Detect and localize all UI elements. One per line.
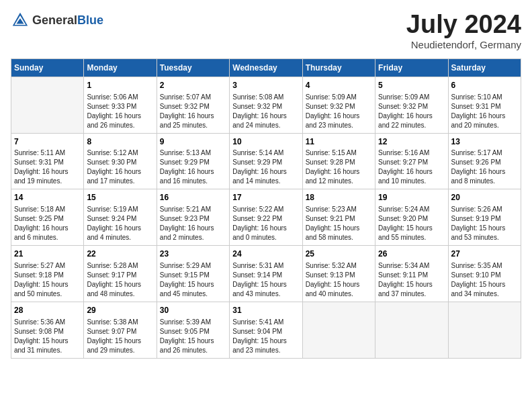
day-number: 25 [306,248,372,260]
day-number: 17 [232,192,299,203]
calendar-cell: 7Sunrise: 5:11 AM Sunset: 9:31 PM Daylig… [11,133,84,189]
logo: GeneralBlue [11,11,103,30]
day-number: 30 [160,305,226,316]
page-header: GeneralBlue July 2024 Neudietendorf, Ger… [11,11,521,50]
day-number: 5 [378,80,445,91]
calendar-cell: 23Sunrise: 5:29 AM Sunset: 9:15 PM Dayli… [157,246,229,302]
day-info: Sunrise: 5:41 AM Sunset: 9:04 PM Dayligh… [232,318,299,355]
calendar-week-1: 1Sunrise: 5:06 AM Sunset: 9:33 PM Daylig… [11,77,521,133]
day-number: 26 [378,248,445,260]
calendar-cell: 14Sunrise: 5:18 AM Sunset: 9:25 PM Dayli… [11,189,84,246]
calendar-table: SundayMondayTuesdayWednesdayThursdayFrid… [11,58,521,359]
calendar-cell: 21Sunrise: 5:27 AM Sunset: 9:18 PM Dayli… [11,246,84,302]
calendar-cell: 3Sunrise: 5:08 AM Sunset: 9:32 PM Daylig… [230,77,302,133]
calendar-cell [375,302,448,358]
title-area: July 2024 Neudietendorf, Germany [406,11,521,50]
day-number: 19 [378,192,445,203]
calendar-cell: 15Sunrise: 5:19 AM Sunset: 9:24 PM Dayli… [84,189,157,246]
calendar-cell: 29Sunrise: 5:38 AM Sunset: 9:07 PM Dayli… [84,302,157,358]
calendar-cell [448,302,521,358]
logo-general: GeneralBlue [32,14,103,27]
day-info: Sunrise: 5:24 AM Sunset: 9:20 PM Dayligh… [378,205,445,242]
day-info: Sunrise: 5:28 AM Sunset: 9:17 PM Dayligh… [87,261,153,299]
calendar-cell: 30Sunrise: 5:39 AM Sunset: 9:05 PM Dayli… [157,302,229,358]
day-info: Sunrise: 5:12 AM Sunset: 9:30 PM Dayligh… [87,148,153,186]
day-info: Sunrise: 5:22 AM Sunset: 9:22 PM Dayligh… [232,205,299,242]
day-info: Sunrise: 5:26 AM Sunset: 9:19 PM Dayligh… [451,205,518,242]
day-number: 6 [451,80,518,91]
day-number: 20 [451,192,518,203]
calendar-cell: 25Sunrise: 5:32 AM Sunset: 9:13 PM Dayli… [302,246,375,302]
day-info: Sunrise: 5:09 AM Sunset: 9:32 PM Dayligh… [306,93,372,130]
day-info: Sunrise: 5:36 AM Sunset: 9:08 PM Dayligh… [14,318,81,355]
day-info: Sunrise: 5:16 AM Sunset: 9:27 PM Dayligh… [378,148,445,186]
day-info: Sunrise: 5:39 AM Sunset: 9:05 PM Dayligh… [160,318,226,355]
day-number: 15 [87,192,153,203]
day-info: Sunrise: 5:38 AM Sunset: 9:07 PM Dayligh… [87,318,153,355]
calendar-cell: 20Sunrise: 5:26 AM Sunset: 9:19 PM Dayli… [448,189,521,246]
day-info: Sunrise: 5:15 AM Sunset: 9:28 PM Dayligh… [306,148,372,186]
day-info: Sunrise: 5:27 AM Sunset: 9:18 PM Dayligh… [14,261,81,299]
column-header-sunday: Sunday [11,58,84,77]
day-number: 13 [451,136,518,148]
day-info: Sunrise: 5:14 AM Sunset: 9:29 PM Dayligh… [232,148,299,186]
day-info: Sunrise: 5:09 AM Sunset: 9:32 PM Dayligh… [378,93,445,130]
day-info: Sunrise: 5:13 AM Sunset: 9:29 PM Dayligh… [160,148,226,186]
day-info: Sunrise: 5:29 AM Sunset: 9:15 PM Dayligh… [160,261,226,299]
day-info: Sunrise: 5:21 AM Sunset: 9:23 PM Dayligh… [160,205,226,242]
calendar-cell: 6Sunrise: 5:10 AM Sunset: 9:31 PM Daylig… [448,77,521,133]
day-number: 28 [14,305,81,316]
column-header-wednesday: Wednesday [230,58,302,77]
calendar-cell: 18Sunrise: 5:23 AM Sunset: 9:21 PM Dayli… [302,189,375,246]
calendar-cell: 4Sunrise: 5:09 AM Sunset: 9:32 PM Daylig… [302,77,375,133]
day-info: Sunrise: 5:07 AM Sunset: 9:32 PM Dayligh… [160,93,226,130]
calendar-cell: 13Sunrise: 5:17 AM Sunset: 9:26 PM Dayli… [448,133,521,189]
calendar-cell: 24Sunrise: 5:31 AM Sunset: 9:14 PM Dayli… [230,246,302,302]
calendar-week-4: 21Sunrise: 5:27 AM Sunset: 9:18 PM Dayli… [11,246,521,302]
calendar-header: SundayMondayTuesdayWednesdayThursdayFrid… [11,58,521,77]
calendar-cell: 26Sunrise: 5:34 AM Sunset: 9:11 PM Dayli… [375,246,448,302]
day-info: Sunrise: 5:31 AM Sunset: 9:14 PM Dayligh… [232,261,299,299]
day-info: Sunrise: 5:34 AM Sunset: 9:11 PM Dayligh… [378,261,445,299]
column-header-saturday: Saturday [448,58,521,77]
calendar-cell: 1Sunrise: 5:06 AM Sunset: 9:33 PM Daylig… [84,77,157,133]
day-number: 16 [160,192,226,203]
day-number: 31 [232,305,299,316]
calendar-cell: 22Sunrise: 5:28 AM Sunset: 9:17 PM Dayli… [84,246,157,302]
day-number: 8 [87,136,153,148]
day-number: 7 [14,136,81,148]
calendar-cell: 2Sunrise: 5:07 AM Sunset: 9:32 PM Daylig… [157,77,229,133]
calendar-cell: 27Sunrise: 5:35 AM Sunset: 9:10 PM Dayli… [448,246,521,302]
column-header-thursday: Thursday [302,58,375,77]
day-number: 27 [451,248,518,260]
calendar-cell: 28Sunrise: 5:36 AM Sunset: 9:08 PM Dayli… [11,302,84,358]
day-number: 12 [378,136,445,148]
day-info: Sunrise: 5:32 AM Sunset: 9:13 PM Dayligh… [306,261,372,299]
day-number: 4 [306,80,372,91]
calendar-cell: 10Sunrise: 5:14 AM Sunset: 9:29 PM Dayli… [230,133,302,189]
day-number: 21 [14,248,81,260]
calendar-cell: 17Sunrise: 5:22 AM Sunset: 9:22 PM Dayli… [230,189,302,246]
calendar-cell [11,77,84,133]
day-number: 22 [87,248,153,260]
day-number: 3 [232,80,299,91]
day-info: Sunrise: 5:08 AM Sunset: 9:32 PM Dayligh… [232,93,299,130]
logo-icon [11,11,30,30]
calendar-week-3: 14Sunrise: 5:18 AM Sunset: 9:25 PM Dayli… [11,189,521,246]
calendar-cell: 31Sunrise: 5:41 AM Sunset: 9:04 PM Dayli… [230,302,302,358]
day-number: 29 [87,305,153,316]
calendar-cell: 16Sunrise: 5:21 AM Sunset: 9:23 PM Dayli… [157,189,229,246]
calendar-cell: 8Sunrise: 5:12 AM Sunset: 9:30 PM Daylig… [84,133,157,189]
day-info: Sunrise: 5:10 AM Sunset: 9:31 PM Dayligh… [451,93,518,130]
calendar-cell: 12Sunrise: 5:16 AM Sunset: 9:27 PM Dayli… [375,133,448,189]
day-number: 18 [306,192,372,203]
column-header-friday: Friday [375,58,448,77]
day-number: 11 [306,136,372,148]
day-info: Sunrise: 5:17 AM Sunset: 9:26 PM Dayligh… [451,148,518,186]
day-info: Sunrise: 5:06 AM Sunset: 9:33 PM Dayligh… [87,93,153,130]
day-number: 14 [14,192,81,203]
day-info: Sunrise: 5:35 AM Sunset: 9:10 PM Dayligh… [451,261,518,299]
day-number: 2 [160,80,226,91]
day-number: 24 [232,248,299,260]
location-title: Neudietendorf, Germany [406,39,521,50]
